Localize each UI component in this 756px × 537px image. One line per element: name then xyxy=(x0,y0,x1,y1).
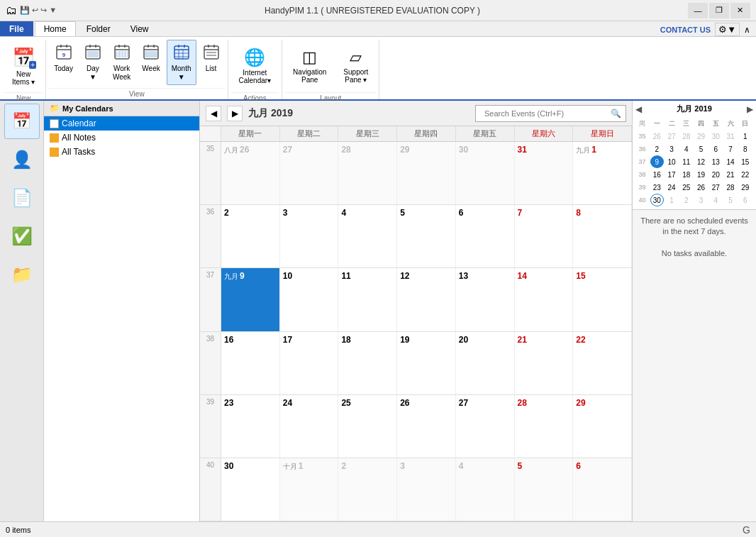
nav-all-notes-item[interactable]: All Notes xyxy=(44,131,199,145)
mini-day-cell[interactable]: 12 xyxy=(694,155,708,168)
mini-day-cell[interactable]: 8 xyxy=(738,143,752,155)
restore-button[interactable]: ❐ xyxy=(709,3,729,18)
calendar-cell[interactable]: 九月9 xyxy=(221,268,280,331)
mini-day-cell[interactable]: 5 xyxy=(724,194,738,206)
calendar-cell[interactable]: 11 xyxy=(338,268,397,331)
calendar-cell[interactable]: 十月1 xyxy=(280,458,339,521)
mini-day-cell[interactable]: 20 xyxy=(709,168,723,181)
cal-prev-button[interactable]: ◀ xyxy=(206,106,221,121)
minimize-button[interactable]: — xyxy=(688,3,708,18)
calendar-cell[interactable]: 29 xyxy=(573,395,632,458)
calendar-cell[interactable]: 28 xyxy=(515,395,574,458)
mini-day-cell[interactable]: 3 xyxy=(665,143,679,155)
calendar-cell[interactable]: 24 xyxy=(280,395,339,458)
calendar-cell[interactable]: 30 xyxy=(456,142,515,204)
close-button[interactable]: ✕ xyxy=(730,3,750,18)
internet-calendar-button[interactable]: 🌐 InternetCalendar▾ xyxy=(231,40,279,92)
day-button[interactable]: Day▼ xyxy=(79,40,106,85)
calendar-cell[interactable]: 26 xyxy=(397,395,456,458)
calendar-cell[interactable]: 27 xyxy=(280,142,339,204)
list-button[interactable]: List xyxy=(198,40,225,77)
mini-day-cell[interactable]: 3 xyxy=(694,194,708,206)
mini-day-cell[interactable]: 23 xyxy=(650,181,664,194)
calendar-cell[interactable]: 八月26 xyxy=(221,142,280,204)
tab-home[interactable]: Home xyxy=(35,21,76,36)
mini-day-cell[interactable]: 29 xyxy=(694,130,708,143)
calendar-cell[interactable]: 6 xyxy=(573,458,632,521)
calendar-cell[interactable]: 13 xyxy=(456,268,515,331)
mini-day-cell[interactable]: 6 xyxy=(738,194,752,206)
calendar-cell[interactable]: 15 xyxy=(573,268,632,331)
calendar-cell[interactable]: 20 xyxy=(456,332,515,394)
contacts-nav-button[interactable]: 👤 xyxy=(4,142,40,177)
mini-day-cell[interactable]: 4 xyxy=(679,143,693,155)
calendar-cell[interactable]: 28 xyxy=(338,142,397,204)
mini-day-cell[interactable]: 6 xyxy=(709,143,723,155)
mini-day-cell[interactable]: 21 xyxy=(724,168,738,181)
calendar-cell[interactable]: 10 xyxy=(280,268,339,331)
mini-day-cell[interactable]: 14 xyxy=(724,155,738,168)
calendar-cell[interactable]: 16 xyxy=(221,332,280,394)
calendar-cell[interactable]: 4 xyxy=(456,458,515,521)
mini-day-cell[interactable]: 19 xyxy=(694,168,708,181)
calendar-cell[interactable]: 7 xyxy=(515,205,574,267)
mini-day-cell[interactable]: 7 xyxy=(724,143,738,155)
folders-nav-button[interactable]: 📁 xyxy=(4,257,40,292)
settings-button[interactable]: ⚙▼ xyxy=(715,23,740,36)
mini-day-cell[interactable]: 30 xyxy=(709,130,723,143)
calendar-cell[interactable]: 12 xyxy=(397,268,456,331)
calendar-cell[interactable]: 27 xyxy=(456,395,515,458)
mini-day-cell[interactable]: 2 xyxy=(650,143,664,155)
search-events-input[interactable] xyxy=(480,107,608,120)
calendar-cell[interactable]: 18 xyxy=(338,332,397,394)
mini-day-cell[interactable]: 26 xyxy=(650,130,664,143)
mini-day-cell[interactable]: 29 xyxy=(738,181,752,194)
mini-day-cell[interactable]: 27 xyxy=(709,181,723,194)
calendar-cell[interactable]: 31 xyxy=(515,142,574,204)
calendar-cell[interactable]: 3 xyxy=(397,458,456,521)
calendar-cell[interactable]: 8 xyxy=(573,205,632,267)
month-button[interactable]: Month▼ xyxy=(167,40,196,85)
mini-cal-next-button[interactable]: ▶ xyxy=(747,104,753,114)
mini-day-cell[interactable]: 17 xyxy=(665,168,679,181)
cal-next-button[interactable]: ▶ xyxy=(227,106,243,121)
work-week-button[interactable]: WorkWeek xyxy=(108,40,135,85)
calendar-cell[interactable]: 22 xyxy=(573,332,632,394)
nav-all-tasks-item[interactable]: All Tasks xyxy=(44,145,199,159)
mini-day-cell[interactable]: 15 xyxy=(738,155,752,168)
mini-day-cell[interactable]: 24 xyxy=(665,181,679,194)
mini-day-cell[interactable]: 28 xyxy=(679,130,693,143)
all-tasks-checkbox[interactable] xyxy=(50,148,59,157)
contact-us-button[interactable]: CONTACT US xyxy=(660,26,711,34)
mini-day-cell[interactable]: 26 xyxy=(694,181,708,194)
calendar-cell[interactable]: 23 xyxy=(221,395,280,458)
calendar-cell[interactable]: 5 xyxy=(397,205,456,267)
mini-day-cell[interactable]: 16 xyxy=(650,168,664,181)
mini-day-cell[interactable]: 25 xyxy=(679,181,693,194)
calendar-checkbox[interactable]: ✓ xyxy=(50,119,59,128)
tab-file[interactable]: File xyxy=(0,21,33,36)
mini-day-cell[interactable]: 13 xyxy=(709,155,723,168)
calendar-cell[interactable]: 25 xyxy=(338,395,397,458)
mini-day-cell[interactable]: 27 xyxy=(665,130,679,143)
calendar-cell[interactable]: 29 xyxy=(397,142,456,204)
mini-day-cell[interactable]: 11 xyxy=(679,155,693,168)
calendar-cell[interactable]: 14 xyxy=(515,268,574,331)
nav-calendar-item[interactable]: ✓ Calendar xyxy=(44,116,199,131)
calendar-cell[interactable]: 九月1 xyxy=(573,142,632,204)
tasks-nav-button[interactable]: ✅ xyxy=(4,218,40,254)
mini-day-cell[interactable]: 30 xyxy=(650,194,664,206)
calendar-cell[interactable]: 5 xyxy=(515,458,574,521)
calendar-cell[interactable]: 4 xyxy=(338,205,397,267)
today-button[interactable]: 9 Today xyxy=(49,40,78,77)
week-button[interactable]: Week xyxy=(137,40,165,77)
nav-pane-button[interactable]: ◫ NavigationPane xyxy=(285,40,334,92)
mini-day-cell[interactable]: 1 xyxy=(665,194,679,206)
mini-day-cell[interactable]: 4 xyxy=(709,194,723,206)
mini-day-cell[interactable]: 5 xyxy=(694,143,708,155)
support-pane-button[interactable]: ▱ SupportPane ▾ xyxy=(335,40,376,92)
tab-view[interactable]: View xyxy=(121,21,158,36)
all-notes-checkbox[interactable] xyxy=(50,133,59,143)
tab-folder[interactable]: Folder xyxy=(77,21,120,36)
notes-nav-button[interactable]: 📄 xyxy=(4,180,40,216)
